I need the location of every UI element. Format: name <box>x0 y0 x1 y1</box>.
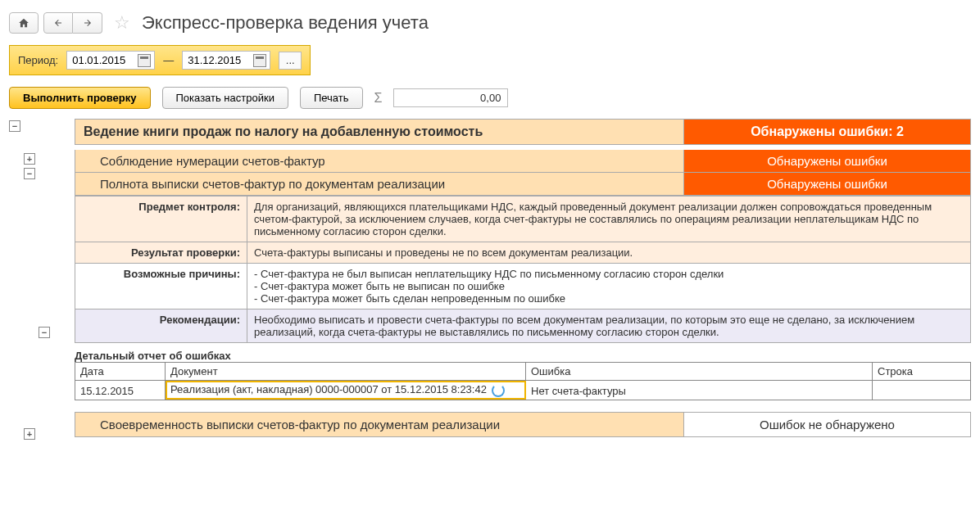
sub1-status: Обнаружены ошибки <box>684 150 971 173</box>
period-bar: Период: — ... <box>9 45 311 75</box>
forward-button[interactable] <box>73 12 102 34</box>
col-date: Дата <box>75 363 166 381</box>
arrow-left-icon <box>52 18 64 28</box>
period-label: Период: <box>18 54 58 66</box>
tree-collapse[interactable]: − <box>24 168 35 179</box>
section-status: Обнаружены ошибки: 2 <box>684 119 971 145</box>
cell-err: Нет счета-фактуры <box>526 381 873 400</box>
footer-status: Ошибок не обнаружено <box>684 412 971 437</box>
cell-doc[interactable]: Реализация (акт, накладная) 0000-000007 … <box>166 381 526 400</box>
run-check-button[interactable]: Выполнить проверку <box>9 87 151 109</box>
row-result-text: Счета-фактуры выписаны и проведены не по… <box>247 242 971 264</box>
tree-expand[interactable]: + <box>24 153 35 165</box>
tree-expand[interactable]: + <box>24 428 35 440</box>
row-subject-text: Для организаций, являющихся плательщикам… <box>247 197 971 242</box>
sub2-status: Обнаружены ошибки <box>684 173 971 196</box>
error-table-title: Детальный отчет об ошибках <box>75 350 971 362</box>
period-from-input[interactable] <box>70 53 133 67</box>
col-doc: Документ <box>166 363 526 381</box>
show-settings-button[interactable]: Показать настройки <box>162 87 288 109</box>
section-title: Ведение книги продаж по налогу на добавл… <box>75 119 684 145</box>
period-dash: — <box>163 54 174 66</box>
sum-value: 0,00 <box>393 88 508 107</box>
footer-title[interactable]: Своевременность выписки счетов-фактур по… <box>75 412 684 437</box>
favorite-star-icon[interactable]: ☆ <box>114 12 130 34</box>
cell-date: 15.12.2015 <box>75 381 166 400</box>
calendar-icon[interactable] <box>253 54 266 67</box>
sigma-icon: Σ <box>374 91 383 106</box>
sub1-title[interactable]: Соблюдение нумерации счетов-фактур <box>75 150 684 173</box>
page-title: Экспресс-проверка ведения учета <box>142 12 429 34</box>
tree-collapse[interactable]: − <box>39 327 50 338</box>
row-subject-label: Предмет контроля: <box>75 197 247 242</box>
home-icon <box>18 17 29 29</box>
tree-collapse[interactable]: − <box>9 120 20 132</box>
tree-column: − + − − + <box>9 119 75 443</box>
row-causes-text: - Счет-фактура не был выписан неплательщ… <box>247 264 971 309</box>
row-result-label: Результат проверки: <box>75 242 247 264</box>
arrow-right-icon <box>82 18 93 28</box>
period-from <box>66 51 155 70</box>
sub2-title[interactable]: Полнота выписки счетов-фактур по докумен… <box>75 173 684 196</box>
home-button[interactable] <box>9 12 39 34</box>
calendar-icon[interactable] <box>138 54 151 67</box>
error-row[interactable]: 15.12.2015 Реализация (акт, накладная) 0… <box>75 381 971 400</box>
row-reco-label: Рекомендации: <box>75 309 247 343</box>
loading-spinner-icon <box>492 384 505 397</box>
period-to <box>182 51 270 70</box>
row-causes-label: Возможные причины: <box>75 264 247 309</box>
back-button[interactable] <box>43 12 73 34</box>
col-err: Ошибка <box>526 363 873 381</box>
row-reco-text: Необходимо выписать и провести счета-фак… <box>247 309 971 343</box>
period-to-input[interactable] <box>186 53 248 67</box>
col-line: Строка <box>873 363 971 381</box>
print-button[interactable]: Печать <box>300 87 363 109</box>
cell-line <box>873 381 971 400</box>
period-choose-button[interactable]: ... <box>279 52 302 70</box>
